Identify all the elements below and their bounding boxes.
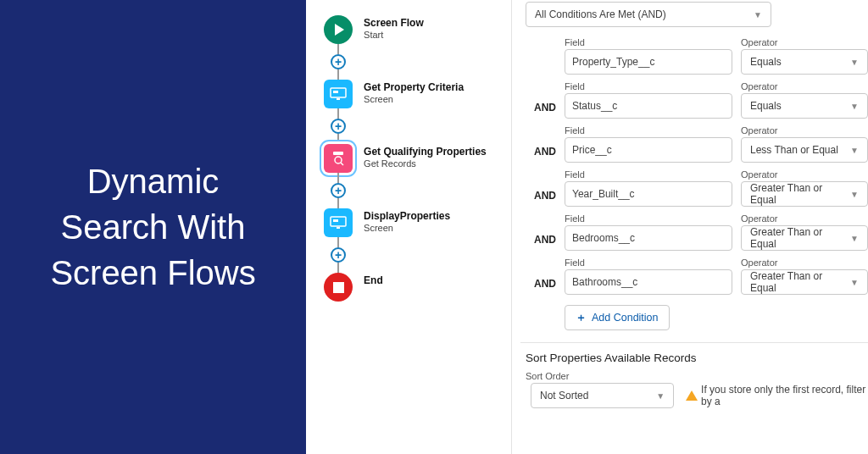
- and-label: [526, 37, 556, 75]
- node-subtitle: Screen: [364, 223, 450, 235]
- warning-text: If you store only the first record, filt…: [701, 384, 868, 407]
- chevron-down-icon: ▼: [850, 146, 859, 155]
- operator-label: Operator: [741, 125, 868, 136]
- properties-panel: All Conditions Are Met (AND) ▼ FieldProp…: [511, 0, 868, 454]
- node-title: DisplayProperties: [364, 210, 450, 223]
- screen-icon: [330, 87, 347, 101]
- condition-logic-combo[interactable]: All Conditions Are Met (AND) ▼: [526, 2, 771, 27]
- add-node-button[interactable]: +: [331, 54, 346, 69]
- sort-section-title: Sort Properties Available Records: [526, 352, 868, 364]
- field-label: Field: [565, 169, 732, 180]
- sort-order-label: Sort Order: [526, 371, 868, 381]
- operator-combo[interactable]: Greater Than or Equal▼: [741, 225, 868, 251]
- chevron-down-icon: ▼: [754, 10, 762, 19]
- get-records-node-selected[interactable]: [324, 144, 353, 173]
- and-label: AND: [526, 257, 556, 295]
- divider: [520, 342, 868, 343]
- svg-rect-1: [333, 91, 338, 93]
- node-title: End: [364, 274, 383, 287]
- operator-label: Operator: [741, 169, 868, 180]
- operator-combo[interactable]: Greater Than or Equal▼: [741, 269, 868, 295]
- chevron-down-icon: ▼: [850, 278, 859, 287]
- field-label: Field: [565, 37, 732, 47]
- node-title: Screen Flow: [364, 17, 424, 30]
- end-node[interactable]: [324, 273, 353, 302]
- and-label: AND: [526, 213, 556, 251]
- screen-icon: [330, 216, 347, 230]
- svg-rect-8: [337, 227, 340, 229]
- warning-icon: [686, 390, 698, 401]
- chevron-down-icon: ▼: [850, 58, 859, 67]
- add-node-button[interactable]: +: [331, 119, 346, 134]
- stop-icon: [333, 282, 344, 293]
- and-label: AND: [526, 169, 556, 207]
- start-node[interactable]: [324, 15, 353, 44]
- svg-line-5: [341, 163, 343, 165]
- sort-order-combo[interactable]: Not Sorted ▼: [531, 383, 674, 408]
- node-title: Get Property Criteria: [364, 81, 464, 94]
- chevron-down-icon: ▼: [850, 234, 859, 243]
- operator-combo[interactable]: Equals▼: [741, 93, 868, 119]
- and-label: AND: [526, 81, 556, 119]
- and-label: AND: [526, 125, 556, 163]
- svg-rect-3: [333, 152, 343, 155]
- operator-combo[interactable]: Equals▼: [741, 49, 868, 75]
- node-subtitle: Get Records: [364, 158, 487, 170]
- field-input[interactable]: Bathrooms__c: [565, 269, 732, 295]
- node-subtitle: Start: [364, 30, 424, 42]
- field-input[interactable]: Property_Type__c: [565, 49, 732, 75]
- field-label: Field: [565, 257, 732, 268]
- get-records-icon: [330, 150, 347, 167]
- field-input[interactable]: Year_Built__c: [565, 181, 732, 207]
- combo-value: Greater Than or Equal: [750, 270, 850, 294]
- chevron-down-icon: ▼: [656, 391, 665, 401]
- plus-icon: ＋: [576, 311, 587, 325]
- hero-title: Dynamic Search With Screen Flows: [34, 158, 272, 296]
- field-input[interactable]: Status__c: [565, 93, 732, 119]
- conditions-grid: FieldProperty_Type__cOperatorEquals▼ANDF…: [526, 37, 868, 295]
- chevron-down-icon: ▼: [850, 102, 859, 111]
- svg-point-4: [335, 157, 342, 163]
- svg-rect-2: [337, 98, 340, 100]
- combo-value: All Conditions Are Met (AND): [535, 8, 666, 20]
- field-input[interactable]: Bedrooms__c: [565, 225, 732, 251]
- flow-canvas[interactable]: Screen Flow Start + Get Property Criteri…: [306, 0, 511, 454]
- field-label: Field: [565, 125, 732, 136]
- screen-node[interactable]: [324, 80, 353, 108]
- screen-node[interactable]: [324, 208, 353, 237]
- combo-value: Greater Than or Equal: [750, 182, 850, 206]
- field-input[interactable]: Price__c: [565, 137, 732, 163]
- combo-value: Greater Than or Equal: [750, 226, 850, 250]
- add-condition-button[interactable]: ＋ Add Condition: [565, 305, 670, 330]
- operator-combo[interactable]: Less Than or Equal▼: [741, 137, 868, 163]
- chevron-down-icon: ▼: [850, 190, 859, 199]
- operator-label: Operator: [741, 257, 868, 268]
- node-title: Get Qualifying Properties: [364, 146, 487, 158]
- combo-value: Not Sorted: [540, 390, 588, 401]
- add-node-button[interactable]: +: [331, 183, 346, 198]
- play-icon: [335, 24, 344, 36]
- combo-value: Equals: [750, 56, 782, 68]
- node-subtitle: Screen: [364, 94, 464, 106]
- field-label: Field: [565, 81, 732, 91]
- hero-panel: Dynamic Search With Screen Flows: [0, 0, 306, 454]
- operator-combo[interactable]: Greater Than or Equal▼: [741, 181, 868, 207]
- combo-value: Less Than or Equal: [750, 144, 838, 156]
- add-condition-label: Add Condition: [592, 312, 659, 324]
- add-node-button[interactable]: +: [331, 247, 346, 263]
- operator-label: Operator: [741, 37, 868, 47]
- operator-label: Operator: [741, 81, 868, 91]
- svg-rect-7: [333, 219, 338, 222]
- sort-warning: If you store only the first record, filt…: [686, 384, 868, 407]
- field-label: Field: [565, 213, 732, 224]
- operator-label: Operator: [741, 213, 868, 224]
- combo-value: Equals: [750, 100, 782, 112]
